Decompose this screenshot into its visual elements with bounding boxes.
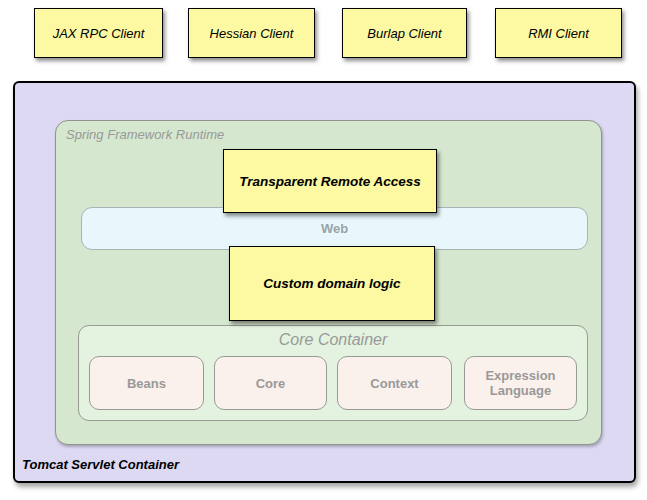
module-box-beans: Beans [89, 356, 204, 410]
custom-domain-logic-label: Custom domain logic [263, 276, 400, 291]
client-box-burlap-label: Burlap Client [367, 26, 441, 41]
client-box-jax-rpc: JAX RPC Client [34, 8, 163, 58]
module-box-context-label: Context [370, 376, 418, 391]
custom-domain-logic-box: Custom domain logic [229, 246, 435, 321]
client-box-rmi: RMI Client [495, 8, 622, 58]
architecture-diagram: JAX RPC Client Hessian Client Burlap Cli… [0, 0, 647, 500]
core-container: Core Container Beans Core Context Expres… [78, 325, 588, 421]
transparent-remote-access-box: Transparent Remote Access [223, 149, 437, 213]
client-box-hessian: Hessian Client [188, 8, 315, 58]
client-box-jax-rpc-label: JAX RPC Client [53, 26, 145, 41]
client-box-hessian-label: Hessian Client [210, 26, 294, 41]
web-layer: Web [81, 207, 588, 250]
client-box-burlap: Burlap Client [342, 8, 467, 58]
web-layer-label: Web [321, 221, 348, 236]
tomcat-servlet-container-label: Tomcat Servlet Container [22, 457, 179, 472]
module-box-expression-language-label: Expression Language [473, 368, 568, 398]
module-box-context: Context [337, 356, 452, 410]
tomcat-servlet-container: Spring Framework Runtime Web Core Contai… [13, 81, 636, 483]
client-box-rmi-label: RMI Client [528, 26, 589, 41]
module-box-core-label: Core [256, 376, 286, 391]
spring-framework-runtime-label: Spring Framework Runtime [66, 127, 224, 142]
transparent-remote-access-label: Transparent Remote Access [239, 174, 421, 189]
module-box-expression-language: Expression Language [464, 356, 577, 410]
module-box-core: Core [214, 356, 327, 410]
core-container-label: Core Container [79, 331, 587, 349]
module-box-beans-label: Beans [127, 376, 166, 391]
